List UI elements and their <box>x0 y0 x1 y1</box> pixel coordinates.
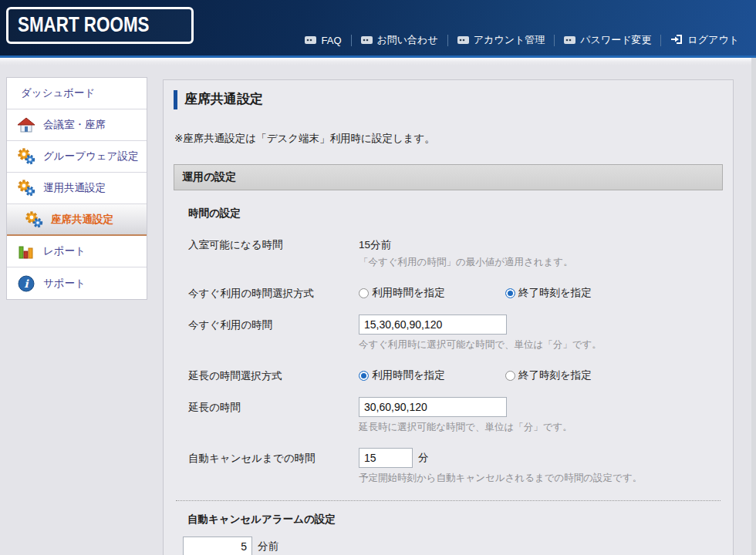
header-shadow <box>0 58 756 66</box>
section-divider <box>176 500 721 501</box>
subsection-auto-cancel-alarm: 自動キャンセルアラームの設定 <box>187 513 723 526</box>
radio-label: 利用時間を指定 <box>372 286 445 300</box>
radio-icon <box>359 371 369 381</box>
auto-cancel-time-help: 予定開始時刻から自動キャンセルされるまでの時間の設定です。 <box>359 472 723 485</box>
gears-icon <box>16 179 36 197</box>
sidebar: ダッシュボード 会議室・座席 グループウェア設定 <box>6 77 147 300</box>
sidebar-item-operation-common-settings[interactable]: 運用共通設定 <box>7 173 147 204</box>
sidebar-item-groupware-settings[interactable]: グループウェア設定 <box>7 141 147 173</box>
nav-password-link[interactable]: パスワード変更 <box>555 33 660 47</box>
sidebar-item-label: 座席共通設定 <box>51 213 113 227</box>
extension-method-option-endtime[interactable]: 終了時刻を指定 <box>505 365 592 382</box>
radio-icon <box>505 288 515 298</box>
extension-method-row: 延長の時間選択方式 利用時間を指定 終了時刻を指定 <box>188 365 723 383</box>
panel-icon <box>457 35 469 46</box>
sidebar-item-label: 運用共通設定 <box>43 181 106 195</box>
immediate-method-label: 今すぐ利用の時間選択方式 <box>188 283 359 301</box>
auto-cancel-alarm-input[interactable] <box>183 536 252 555</box>
radio-icon <box>505 371 515 381</box>
extension-method-label: 延長の時間選択方式 <box>188 365 359 383</box>
page-note: ※座席共通設定は「デスク端末」利用時に設定します。 <box>174 132 723 146</box>
entry-time-label: 入室可能になる時間 <box>188 234 359 252</box>
app-header: SMART ROOMS FAQ お問い合わせ アカウント管理 <box>0 0 756 56</box>
info-icon: i <box>16 274 36 293</box>
auto-cancel-time-input[interactable] <box>359 448 413 468</box>
extension-time-row: 延長の時間 <box>188 397 723 417</box>
nav-label: アカウント管理 <box>474 33 545 47</box>
sidebar-item-dashboard[interactable]: ダッシュボード <box>7 78 147 109</box>
sidebar-item-label: レポート <box>43 244 86 258</box>
sidebar-item-label: 会議室・座席 <box>43 118 106 132</box>
immediate-time-help: 今すぐ利用時に選択可能な時間で、単位は「分」です。 <box>359 338 723 352</box>
bar-chart-icon <box>16 242 36 261</box>
immediate-time-label: 今すぐ利用の時間 <box>188 314 359 332</box>
entry-time-row: 入室可能になる時間 15分前 <box>188 234 723 252</box>
nav-label: パスワード変更 <box>580 33 651 47</box>
auto-cancel-alarm-unit: 分前 <box>258 540 278 553</box>
nav-label: FAQ <box>321 35 341 46</box>
sidebar-item-label: ダッシュボード <box>21 86 95 100</box>
sidebar-item-support[interactable]: i サポート <box>7 267 147 299</box>
top-nav: FAQ お問い合わせ アカウント管理 パスワード変更 <box>295 33 748 47</box>
sidebar-item-report[interactable]: レポート <box>7 236 147 267</box>
entry-time-help: 「今すぐ利用の時間」の最小値が適用されます。 <box>359 256 723 269</box>
sidebar-item-label: グループウェア設定 <box>43 150 138 163</box>
nav-faq-link[interactable]: FAQ <box>295 35 350 46</box>
extension-method-option-duration[interactable]: 利用時間を指定 <box>359 365 505 382</box>
nav-label: お問い合わせ <box>377 33 438 47</box>
extension-time-input[interactable] <box>359 397 507 417</box>
subsection-time-settings: 時間の設定 <box>188 207 723 220</box>
section-header-operation-settings: 運用の設定 <box>174 164 723 190</box>
main-panel: 座席共通設定 ※座席共通設定は「デスク端末」利用時に設定します。 運用の設定 時… <box>163 79 734 555</box>
page-layout: ダッシュボード 会議室・座席 グループウェア設定 <box>0 66 756 555</box>
radio-icon <box>359 288 369 298</box>
immediate-method-option-endtime[interactable]: 終了時刻を指定 <box>505 283 592 300</box>
brand-logo-text: SMART ROOMS <box>18 13 149 36</box>
gears-icon <box>24 210 44 229</box>
nav-account-link[interactable]: アカウント管理 <box>448 33 555 47</box>
logout-icon <box>670 34 683 47</box>
page-right-edge <box>751 58 756 555</box>
radio-label: 利用時間を指定 <box>372 368 445 382</box>
nav-label: ログアウト <box>687 33 739 47</box>
auto-cancel-time-label: 自動キャンセルまでの時間 <box>188 448 359 466</box>
sidebar-item-seat-common-settings[interactable]: 座席共通設定 <box>7 204 147 236</box>
immediate-time-input[interactable] <box>359 314 507 335</box>
extension-time-label: 延長の時間 <box>188 397 359 415</box>
radio-label: 終了時刻を指定 <box>518 368 592 382</box>
nav-logout-link[interactable]: ログアウト <box>661 33 748 47</box>
brand-logo[interactable]: SMART ROOMS <box>6 7 194 44</box>
extension-time-help: 延長時に選択可能な時間で、単位は「分」です。 <box>359 421 723 434</box>
auto-cancel-time-unit: 分 <box>418 451 429 465</box>
gears-icon <box>16 147 36 166</box>
panel-icon <box>305 35 316 46</box>
immediate-method-row: 今すぐ利用の時間選択方式 利用時間を指定 終了時刻を指定 <box>188 283 723 301</box>
radio-label: 終了時刻を指定 <box>518 286 592 300</box>
nav-contact-link[interactable]: お問い合わせ <box>352 33 447 47</box>
house-icon <box>16 116 36 134</box>
panel-icon <box>564 35 575 46</box>
panel-icon <box>361 35 373 46</box>
immediate-time-row: 今すぐ利用の時間 <box>188 314 723 335</box>
sidebar-item-label: サポート <box>43 277 86 291</box>
entry-time-value: 15分前 <box>359 234 391 252</box>
sidebar-item-rooms-seats[interactable]: 会議室・座席 <box>7 109 147 141</box>
immediate-method-option-duration[interactable]: 利用時間を指定 <box>359 283 505 300</box>
page-title: 座席共通設定 <box>174 90 723 109</box>
auto-cancel-time-row: 自動キャンセルまでの時間 分 <box>188 448 723 468</box>
auto-cancel-alarm-row: 分前 <box>183 536 723 555</box>
